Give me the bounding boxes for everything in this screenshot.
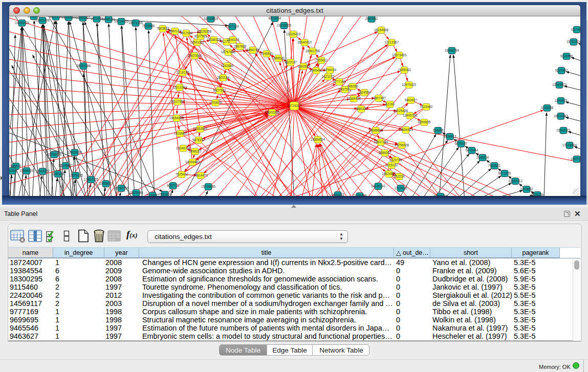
svg-text:1916682: 1916682 — [174, 132, 187, 135]
svg-text:9146821: 9146821 — [260, 52, 273, 55]
svg-text:1244415: 1244415 — [555, 99, 568, 102]
svg-text:1362615: 1362615 — [297, 64, 310, 68]
svg-text:11325286: 11325286 — [353, 194, 367, 196]
svg-text:11568629: 11568629 — [19, 169, 34, 172]
svg-text:8454749: 8454749 — [247, 48, 259, 52]
svg-text:19384554: 19384554 — [311, 138, 325, 141]
svg-text:7986322: 7986322 — [355, 107, 368, 111]
svg-text:14136141: 14136141 — [371, 184, 386, 188]
svg-text:8471676: 8471676 — [498, 171, 511, 175]
svg-text:16033809: 16033809 — [204, 17, 219, 20]
svg-text:20691406: 20691406 — [35, 18, 50, 22]
svg-text:62160: 62160 — [385, 102, 395, 106]
svg-text:10975867: 10975867 — [58, 164, 73, 167]
svg-text:12975115: 12975115 — [402, 83, 416, 86]
svg-text:17857255: 17857255 — [84, 178, 99, 181]
svg-text:20206526: 20206526 — [47, 152, 62, 156]
svg-text:15716485: 15716485 — [201, 185, 216, 188]
svg-text:19756928: 19756928 — [395, 143, 409, 147]
svg-text:6899695: 6899695 — [418, 120, 431, 124]
svg-text:16914479: 16914479 — [193, 173, 208, 177]
svg-text:20364436: 20364436 — [346, 97, 361, 100]
svg-text:18807249: 18807249 — [374, 140, 388, 144]
svg-text:9464203: 9464203 — [332, 193, 344, 196]
svg-text:1498222: 1498222 — [189, 149, 202, 153]
svg-text:12505135: 12505135 — [69, 173, 83, 177]
svg-text:7632621: 7632621 — [488, 164, 501, 167]
svg-text:1792258: 1792258 — [28, 16, 40, 18]
svg-text:10719155: 10719155 — [114, 19, 129, 23]
svg-text:16961758: 16961758 — [306, 49, 320, 53]
svg-text:14055724: 14055724 — [15, 21, 30, 25]
svg-text:2935114: 2935114 — [476, 156, 489, 159]
svg-text:12359934: 12359934 — [68, 150, 82, 154]
svg-text:12093873: 12093873 — [552, 83, 567, 86]
svg-text:14099483: 14099483 — [185, 160, 200, 164]
svg-text:8322037: 8322037 — [285, 60, 297, 64]
svg-text:19654923: 19654923 — [399, 128, 413, 132]
svg-text:10688609: 10688609 — [368, 128, 383, 132]
svg-text:18724007: 18724007 — [287, 104, 302, 107]
svg-text:9120222: 9120222 — [146, 193, 159, 196]
svg-text:7857224: 7857224 — [226, 25, 239, 28]
svg-text:16648784: 16648784 — [445, 49, 460, 52]
svg-text:17016504: 17016504 — [562, 143, 577, 147]
svg-text:10654112: 10654112 — [508, 179, 522, 183]
svg-text:8427552: 8427552 — [213, 89, 226, 92]
svg-text:12213383: 12213383 — [172, 85, 187, 89]
svg-text:10653267: 10653267 — [76, 16, 91, 19]
svg-text:1145194: 1145194 — [52, 172, 64, 176]
svg-text:1700676: 1700676 — [209, 101, 222, 104]
svg-text:18300295: 18300295 — [265, 111, 280, 114]
svg-text:1117404: 1117404 — [571, 28, 580, 31]
svg-text:28053346: 28053346 — [76, 64, 91, 68]
svg-text:16154808: 16154808 — [374, 28, 389, 32]
svg-text:16339900: 16339900 — [61, 16, 76, 19]
svg-text:8938913: 8938913 — [444, 135, 456, 138]
svg-text:1615132: 1615132 — [385, 163, 398, 167]
svg-text:9657771: 9657771 — [167, 184, 180, 187]
svg-text:6879197: 6879197 — [455, 142, 468, 145]
svg-text:16107552: 16107552 — [170, 100, 185, 103]
svg-text:23226058: 23226058 — [197, 30, 212, 33]
svg-text:7890324: 7890324 — [159, 192, 171, 196]
svg-text:9502154: 9502154 — [50, 16, 62, 18]
svg-text:5878332: 5878332 — [192, 138, 205, 142]
svg-text:1546323: 1546323 — [227, 38, 239, 41]
svg-text:9245652: 9245652 — [520, 187, 533, 191]
svg-text:19218506: 19218506 — [277, 24, 292, 27]
svg-text:2718176: 2718176 — [177, 71, 189, 74]
svg-text:8626334: 8626334 — [531, 193, 544, 196]
svg-text:7955812: 7955812 — [315, 58, 328, 62]
svg-text:9463627: 9463627 — [405, 98, 418, 102]
svg-text:9115460: 9115460 — [420, 105, 433, 108]
svg-text:3912954: 3912954 — [180, 31, 193, 35]
svg-text:16210643: 16210643 — [554, 114, 569, 118]
svg-text:10807487: 10807487 — [372, 96, 386, 100]
svg-text:9777169: 9777169 — [333, 80, 346, 83]
svg-text:16640910: 16640910 — [297, 40, 312, 44]
svg-text:1588520: 1588520 — [272, 56, 285, 60]
svg-text:1167534: 1167534 — [571, 157, 580, 161]
svg-text:23420046: 23420046 — [187, 54, 202, 57]
svg-text:7625402: 7625402 — [176, 172, 188, 176]
svg-text:2803144: 2803144 — [217, 76, 230, 79]
svg-text:6466161: 6466161 — [102, 17, 115, 21]
svg-text:19654988: 19654988 — [169, 116, 184, 120]
svg-text:2087682: 2087682 — [365, 17, 378, 20]
svg-text:10025438: 10025438 — [394, 109, 408, 113]
svg-text:39154: 39154 — [9, 169, 17, 172]
svg-text:1713426: 1713426 — [395, 186, 407, 190]
svg-text:7663822: 7663822 — [157, 27, 169, 30]
svg-text:3824554: 3824554 — [358, 91, 371, 94]
svg-text:18757685: 18757685 — [221, 50, 236, 54]
svg-text:12353593: 12353593 — [193, 127, 208, 130]
svg-text:15692971: 15692971 — [556, 128, 571, 132]
svg-text:9242845: 9242845 — [221, 64, 234, 68]
svg-text:9329996: 9329996 — [560, 54, 573, 58]
svg-text:16671355: 16671355 — [128, 21, 143, 25]
svg-text:1527602: 1527602 — [91, 17, 103, 20]
svg-text:252214: 252214 — [394, 174, 405, 178]
svg-text:10543362: 10543362 — [190, 40, 205, 44]
svg-text:1621072: 1621072 — [322, 75, 335, 78]
